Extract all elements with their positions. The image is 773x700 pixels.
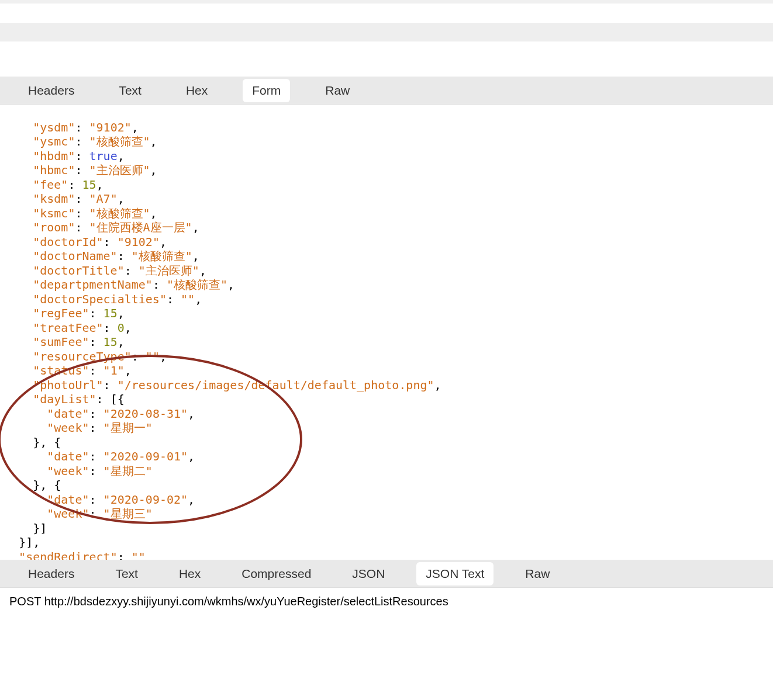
tab-hex[interactable]: Hex <box>177 79 217 102</box>
json-key: "doctorId" <box>33 235 103 249</box>
json-value: "" <box>181 292 195 306</box>
json-key: "ksmc" <box>33 206 75 220</box>
json-key: "departpmentName" <box>33 278 153 292</box>
json-value: true <box>89 149 118 163</box>
json-key: "ysdm" <box>33 120 75 134</box>
json-value: "主治医师" <box>89 163 150 177</box>
tab-raw[interactable]: Raw <box>316 79 359 102</box>
json-value: "星期二" <box>103 464 153 478</box>
json-key: "week" <box>47 507 89 521</box>
tab-raw[interactable]: Raw <box>516 562 559 585</box>
tab-text[interactable]: Text <box>109 79 151 102</box>
json-key: "ksdm" <box>33 192 75 206</box>
json-value: "住院西楼A座一层" <box>89 220 192 234</box>
json-key: "doctorSpecialties" <box>33 292 167 306</box>
response-tabs-bar: Headers Text Hex Compressed JSON JSON Te… <box>0 560 773 588</box>
json-value: "" <box>132 550 146 560</box>
json-key: "room" <box>33 220 75 234</box>
json-value: "/resources/images/default/default_photo… <box>118 378 434 392</box>
json-key: "date" <box>47 493 89 507</box>
json-value: "" <box>146 349 160 363</box>
json-value: "A7" <box>89 192 118 206</box>
json-value: "主治医师" <box>139 264 199 278</box>
tab-json-text[interactable]: JSON Text <box>416 562 494 585</box>
tab-text[interactable]: Text <box>106 562 147 585</box>
json-value: 15 <box>82 178 96 192</box>
json-key: "dayList" <box>33 392 96 406</box>
tab-json[interactable]: JSON <box>343 562 394 585</box>
json-key: "resourceType" <box>33 349 132 363</box>
json-value: "1" <box>103 363 125 377</box>
json-value: "9102" <box>89 120 132 134</box>
json-key: "ysmc" <box>33 134 75 148</box>
json-key: "sendRedirect" <box>19 550 118 560</box>
json-value: "核酸筛查" <box>89 206 150 220</box>
json-value: 0 <box>118 321 125 335</box>
json-key: "doctorTitle" <box>33 264 125 278</box>
tab-compressed[interactable]: Compressed <box>232 562 320 585</box>
request-tabs-bar: Headers Text Hex Form Raw <box>0 77 773 105</box>
tab-hex[interactable]: Hex <box>170 562 210 585</box>
json-key: "treatFee" <box>33 321 103 335</box>
json-key: "sumFee" <box>33 335 89 349</box>
json-code-viewer[interactable]: "ysdm": "9102", "ysmc": "核酸筛查", "hbdm": … <box>0 105 773 560</box>
grey-bar <box>0 23 773 41</box>
json-value: 15 <box>103 306 118 320</box>
json-key: "hbdm" <box>33 149 75 163</box>
json-key: "date" <box>47 407 89 421</box>
json-value: "2020-08-31" <box>103 407 188 421</box>
json-key: "regFee" <box>33 306 89 320</box>
json-value: "核酸筛查" <box>132 249 192 263</box>
json-value: "9102" <box>118 235 160 249</box>
json-key: "fee" <box>33 178 68 192</box>
json-key: "status" <box>33 363 89 377</box>
json-value: 15 <box>103 335 118 349</box>
tab-headers[interactable]: Headers <box>19 79 84 102</box>
json-key: "date" <box>47 449 89 463</box>
json-value: "2020-09-01" <box>103 449 188 463</box>
json-key: "week" <box>47 464 89 478</box>
json-value: "2020-09-02" <box>103 493 188 507</box>
gap <box>0 4 773 23</box>
request-line: POST http://bdsdezxyy.shijiyunyi.com/wkm… <box>0 588 773 615</box>
json-key: "hbmc" <box>33 163 75 177</box>
tab-form[interactable]: Form <box>243 79 290 102</box>
json-value: "星期三" <box>103 507 153 521</box>
json-value: "星期一" <box>103 421 153 435</box>
json-value: "核酸筛查" <box>89 134 150 148</box>
json-key: "doctorName" <box>33 249 118 263</box>
gap2 <box>0 41 773 77</box>
json-key: "photoUrl" <box>33 378 103 392</box>
json-value: "核酸筛查" <box>167 278 227 292</box>
tab-headers[interactable]: Headers <box>19 562 84 585</box>
json-key: "week" <box>47 421 89 435</box>
